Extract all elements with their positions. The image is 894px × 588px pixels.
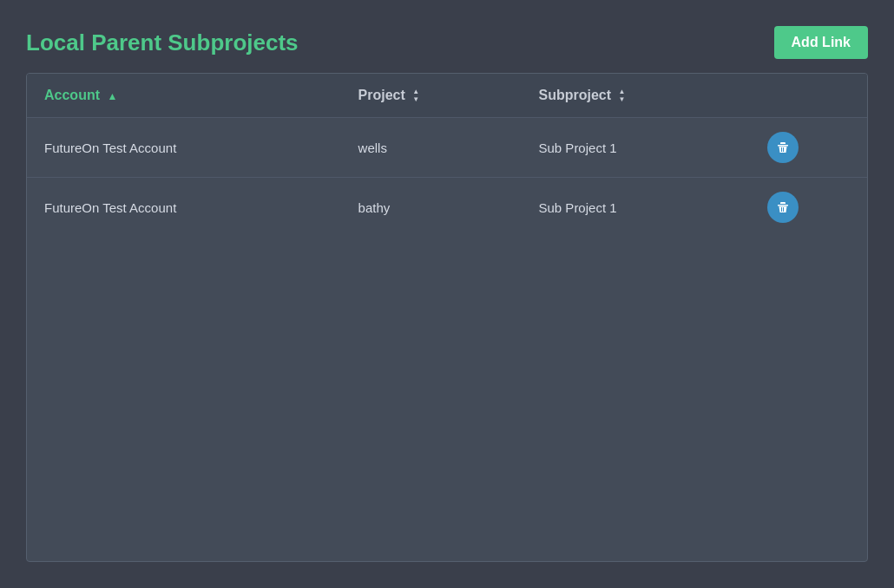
table-row: FutureOn Test AccountwellsSub Project 1 bbox=[27, 118, 867, 178]
delete-button-row-0[interactable] bbox=[767, 132, 799, 163]
svg-rect-1 bbox=[778, 205, 788, 206]
page-title: Local Parent Subprojects bbox=[26, 29, 299, 56]
cell-project: wells bbox=[341, 118, 522, 178]
header-row: Local Parent Subprojects Add Link bbox=[26, 26, 868, 59]
table-row: FutureOn Test AccountbathySub Project 1 bbox=[27, 178, 867, 238]
delete-button-row-1[interactable] bbox=[767, 192, 799, 223]
cell-action bbox=[750, 178, 867, 238]
page-container: Local Parent Subprojects Add Link Accoun… bbox=[9, 9, 885, 579]
add-link-button[interactable]: Add Link bbox=[774, 26, 868, 59]
cell-subproject: Sub Project 1 bbox=[522, 118, 750, 178]
cell-subproject: Sub Project 1 bbox=[522, 178, 750, 238]
column-header-subproject[interactable]: Subproject ▲ ▼ bbox=[522, 74, 750, 118]
svg-rect-0 bbox=[778, 145, 788, 147]
sort-asc-icon: ▲ bbox=[107, 90, 117, 102]
cell-project: bathy bbox=[341, 178, 522, 238]
column-header-account[interactable]: Account ▲ bbox=[27, 74, 341, 118]
subprojects-table: Account ▲ Project ▲ ▼ Subproject ▲ bbox=[27, 74, 867, 237]
sort-both-icon-subproject: ▲ ▼ bbox=[619, 88, 626, 103]
cell-account: FutureOn Test Account bbox=[27, 178, 341, 238]
sort-both-icon-project: ▲ ▼ bbox=[412, 88, 419, 103]
trash-icon bbox=[776, 200, 790, 214]
cell-action bbox=[750, 118, 867, 178]
table-container: Account ▲ Project ▲ ▼ Subproject ▲ bbox=[26, 73, 868, 562]
trash-icon bbox=[776, 140, 790, 154]
table-body: FutureOn Test AccountwellsSub Project 1 … bbox=[27, 118, 867, 238]
table-header-row: Account ▲ Project ▲ ▼ Subproject ▲ bbox=[27, 74, 867, 118]
column-header-project[interactable]: Project ▲ ▼ bbox=[341, 74, 522, 118]
cell-account: FutureOn Test Account bbox=[27, 118, 341, 178]
column-header-actions bbox=[750, 74, 867, 118]
